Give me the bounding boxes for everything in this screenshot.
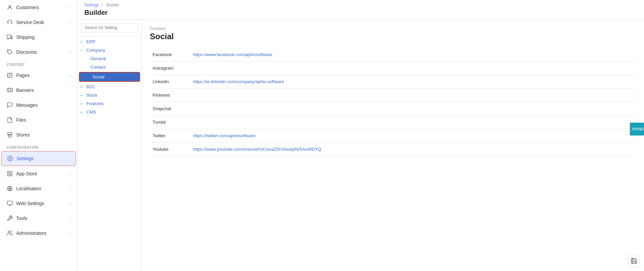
svg-point-0	[9, 5, 11, 7]
field-label: Pinterest	[150, 89, 190, 102]
sidebar-item-messages-label: Messages	[16, 102, 71, 108]
chevron-right-icon: ›	[70, 172, 71, 176]
field-label: Youtube	[150, 143, 190, 156]
sidebar-item-pages[interactable]: Pages ›	[1, 68, 76, 82]
tree-panel: + ERP − Company General Contact	[78, 20, 142, 271]
table-row: Youtubehttps://www.youtube.com/channel/U…	[150, 143, 636, 156]
sidebar-item-tools[interactable]: Tools ›	[1, 211, 76, 225]
table-row: Snapchat	[150, 102, 636, 116]
sidebar: Customers › Service Desk › Shipping Disc…	[0, 0, 78, 271]
field-value[interactable]: https://twitter.com/aphixsoftware	[190, 129, 636, 143]
tree-item-contact[interactable]: Contact	[78, 63, 141, 71]
detail-table: Facebookhttps://www.facebook.com/aphixso…	[150, 48, 636, 156]
tree-item-social-label: Social	[92, 74, 104, 79]
feedback-label: Feedback	[632, 127, 644, 131]
admin-icon	[7, 230, 13, 236]
tree-body: + ERP − Company General Contact	[78, 36, 141, 271]
messages-icon	[7, 102, 13, 108]
header: Settings / Builder Builder	[78, 0, 644, 20]
sidebar-item-discounts-label: Discounts	[16, 49, 66, 55]
settings-icon	[7, 155, 13, 162]
chevron-right-icon: ›	[70, 6, 71, 9]
web-icon	[7, 200, 13, 206]
tree-search-container	[78, 20, 141, 36]
tree-item-stock[interactable]: + Stock	[78, 91, 141, 99]
field-label: Facebook	[150, 48, 190, 61]
sidebar-item-app-store-label: App Store	[16, 171, 66, 176]
breadcrumb-settings[interactable]: Settings	[84, 3, 99, 7]
sidebar-item-files[interactable]: Files	[1, 113, 76, 127]
sidebar-item-administrators[interactable]: Administrators ›	[1, 226, 76, 240]
expand-erp-icon: +	[80, 40, 85, 44]
detail-panel: Company Social Facebookhttps://www.faceb…	[142, 20, 644, 271]
chevron-right-icon: ›	[70, 231, 71, 235]
chevron-right-icon: ›	[70, 74, 71, 77]
expand-b2c-icon: +	[80, 85, 85, 89]
field-value[interactable]: https://www.youtube.com/channel/UCwxaZIf…	[190, 143, 636, 156]
field-label: Twitter	[150, 129, 190, 143]
chevron-right-icon: ›	[70, 202, 71, 205]
svg-point-3	[11, 39, 12, 39]
content-section-label: CONTENT	[0, 59, 77, 68]
sidebar-item-localisation[interactable]: Localisation ›	[1, 181, 76, 196]
sidebar-item-web-settings[interactable]: Web Settings ›	[1, 196, 76, 211]
collapse-company-icon: −	[80, 48, 85, 52]
tree-item-features[interactable]: + Features	[78, 99, 141, 108]
sidebar-item-administrators-label: Administrators	[16, 230, 66, 236]
tree-item-b2c[interactable]: + B2C	[78, 82, 141, 91]
tree-item-social[interactable]: Social	[79, 72, 140, 82]
appstore-icon	[7, 171, 13, 177]
chevron-right-icon: ›	[70, 217, 71, 220]
svg-rect-9	[7, 171, 9, 173]
headset-icon	[7, 19, 13, 25]
tree-item-erp[interactable]: + ERP	[78, 38, 141, 46]
sidebar-item-stores-label: Stores	[16, 132, 71, 138]
svg-point-2	[8, 39, 8, 39]
sidebar-item-settings-label: Settings	[17, 156, 70, 161]
field-label: Instragram	[150, 61, 190, 75]
sidebar-item-customers[interactable]: Customers ›	[1, 0, 76, 15]
table-row: Facebookhttps://www.facebook.com/aphixso…	[150, 48, 636, 61]
feedback-button[interactable]: 💬 Feedback	[630, 123, 644, 136]
tree-item-b2c-label: B2C	[86, 84, 95, 89]
sidebar-item-shipping[interactable]: Shipping	[1, 30, 76, 44]
tree-item-company[interactable]: − Company	[78, 46, 141, 54]
field-value	[190, 61, 636, 75]
tree-item-cms-label: CMS	[86, 109, 96, 115]
svg-rect-10	[10, 171, 12, 173]
sidebar-item-discounts[interactable]: Discounts ›	[1, 45, 76, 59]
sidebar-item-banners-label: Banners	[16, 88, 71, 93]
tree-item-stock-label: Stock	[86, 93, 98, 98]
svg-rect-6	[7, 88, 12, 92]
sidebar-item-stores[interactable]: Stores	[1, 128, 76, 142]
sidebar-item-pages-label: Pages	[16, 73, 66, 78]
svg-rect-12	[10, 174, 12, 176]
field-value[interactable]: https://www.facebook.com/aphixsoftware	[190, 48, 636, 61]
banners-icon	[7, 87, 13, 93]
tree-item-features-label: Features	[86, 101, 104, 106]
sidebar-item-banners[interactable]: Banners	[1, 83, 76, 97]
sidebar-item-customers-label: Customers	[16, 5, 66, 10]
person-icon	[7, 4, 13, 10]
field-value	[190, 89, 636, 102]
field-value	[190, 116, 636, 129]
field-label: Tumblr	[150, 116, 190, 129]
sidebar-item-messages[interactable]: Messages	[1, 98, 76, 112]
sidebar-item-shipping-label: Shipping	[16, 34, 71, 40]
tree-item-general[interactable]: General	[78, 54, 141, 63]
sidebar-item-app-store[interactable]: App Store ›	[1, 167, 76, 181]
expand-cms-icon: +	[80, 110, 85, 114]
svg-point-8	[9, 158, 11, 159]
svg-point-4	[8, 50, 9, 51]
detail-section-label: Company	[150, 26, 636, 30]
sidebar-item-service-desk[interactable]: Service Desk ›	[1, 15, 76, 29]
tree-item-cms[interactable]: + CMS	[78, 108, 141, 116]
sidebar-item-settings[interactable]: Settings	[1, 151, 76, 166]
field-value[interactable]: https://ie.linkedin.com/company/aphix-so…	[190, 75, 636, 89]
breadcrumb-separator: /	[102, 3, 104, 7]
main-content: Settings / Builder Builder + ERP − Compa…	[78, 0, 644, 271]
search-input[interactable]	[81, 23, 138, 32]
shipping-icon	[7, 34, 13, 40]
save-button[interactable]	[628, 255, 640, 267]
svg-rect-14	[7, 201, 12, 205]
